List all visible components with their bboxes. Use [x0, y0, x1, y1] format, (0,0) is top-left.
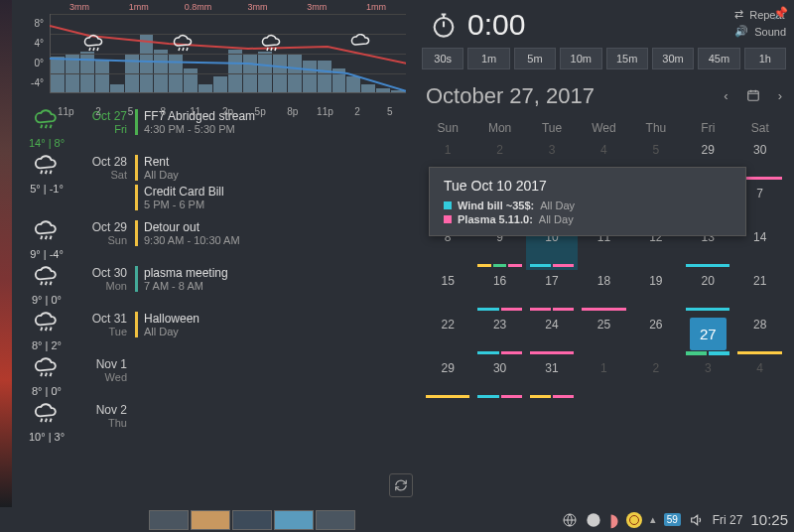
temps: 10° | 3°	[20, 431, 73, 443]
today-button[interactable]	[746, 88, 760, 105]
tray-expand-icon[interactable]: ▴	[650, 513, 656, 526]
calendar-cell[interactable]: 20	[682, 270, 733, 314]
rain-icon	[33, 357, 61, 379]
temps: 14° | 8°	[20, 137, 73, 149]
calendar-cell[interactable]: 24	[526, 314, 578, 357]
next-month-button[interactable]: ›	[778, 88, 782, 105]
calendar-cell[interactable]: 25	[578, 314, 629, 357]
agenda-day[interactable]: 8° | 2° Oct 31Tue HalloweenAll Day	[20, 312, 406, 351]
agenda-event[interactable]: Credit Card Bill5 PM - 6 PM	[135, 185, 406, 210]
timer-preset-button[interactable]: 1m	[467, 48, 509, 69]
task-item[interactable]	[232, 510, 272, 530]
tooltip-event: Plasma 5.11.0: All Day	[444, 213, 731, 225]
calendar-cell[interactable]: 1	[578, 357, 629, 401]
temps: 5° | -1°	[20, 183, 73, 195]
weekday-label: Sun	[422, 121, 473, 135]
calendar-cell[interactable]: 21	[733, 270, 785, 314]
calendar-cell[interactable]: 31	[526, 357, 578, 401]
weather-col: 8° | 2°	[20, 312, 73, 351]
rain-icon	[33, 403, 61, 425]
system-tray: ◗ ▴ 59 Fri 27 10:25	[562, 509, 794, 531]
globe-icon[interactable]	[562, 512, 578, 528]
agenda-day[interactable]: 5° | -1° Oct 28Sat RentAll DayCredit Car…	[20, 155, 406, 214]
events-col	[135, 357, 406, 397]
weather-col: 9° | -4°	[20, 220, 73, 260]
clock-day[interactable]: Fri 27	[713, 513, 743, 527]
temps: 9° | 0°	[20, 294, 73, 306]
notifications-badge[interactable]: 59	[664, 513, 681, 526]
timer-preset-button[interactable]: 5m	[514, 48, 556, 69]
prev-month-button[interactable]: ‹	[724, 88, 728, 105]
agenda-day[interactable]: 9° | -4° Oct 29Sun Detour out9:30 AM - 1…	[20, 220, 406, 260]
stopwatch-icon	[430, 11, 458, 39]
timer-preset-button[interactable]: 45m	[698, 48, 739, 69]
calendar-cell[interactable]: 22	[422, 314, 473, 357]
calendar-cell[interactable]: 15	[422, 270, 473, 314]
calendar-cell[interactable]: 30	[473, 357, 525, 401]
chart-precip-labels: 3mm1mm0.8mm3mm3mm1mm	[50, 2, 406, 12]
calendar-cell[interactable]: 29	[422, 357, 473, 401]
calendar-cell[interactable]: 3	[682, 357, 733, 401]
clock-time[interactable]: 10:25	[750, 511, 788, 528]
right-column: 📌 0:00 ⇄Repeat 🔊Sound 30s1m5m10m15m30m45…	[414, 0, 794, 507]
calendar-cell[interactable]: 19	[630, 270, 682, 314]
weather-col: 10° | 3°	[20, 403, 73, 443]
calendar-title: October 27, 2017	[426, 83, 724, 109]
calendar-cell[interactable]: 16	[473, 270, 525, 314]
timer-row: 0:00 ⇄Repeat 🔊Sound	[422, 4, 786, 48]
wallpaper-edge	[0, 0, 12, 507]
timer-display[interactable]: 0:00	[467, 8, 525, 42]
steam-icon[interactable]	[586, 512, 601, 528]
date-col: Oct 29Sun	[73, 220, 135, 260]
events-col: plasma meeting7 AM - 8 AM	[135, 266, 406, 306]
plasmoid-panel: 8°4°0°-4° 3mm1mm0.8mm3mm3mm1mm 11p258112…	[12, 0, 794, 507]
rain-icon	[33, 312, 61, 333]
timer-preset-button[interactable]: 15m	[606, 48, 648, 69]
calendar-cell[interactable]: 26	[630, 314, 682, 357]
task-item[interactable]	[191, 510, 230, 530]
timer-preset-button[interactable]: 30s	[422, 48, 463, 69]
temps: 8° | 2°	[20, 339, 73, 351]
agenda-day[interactable]: 9° | 0° Oct 30Mon plasma meeting7 AM - 8…	[20, 266, 406, 306]
calendar-cell[interactable]: 28	[733, 314, 785, 357]
chart-x-axis: 11p258112p5p8p11p25	[50, 106, 406, 117]
weather-col: 5° | -1°	[20, 155, 73, 214]
agenda-event[interactable]: HalloweenAll Day	[135, 312, 406, 337]
task-item[interactable]	[316, 510, 355, 530]
agenda-day[interactable]: 8° | 0° Nov 1Wed	[20, 357, 406, 397]
calendar-cell[interactable]: 4	[733, 357, 785, 401]
agenda-event[interactable]: plasma meeting7 AM - 8 AM	[135, 266, 406, 292]
agenda-day[interactable]: 10° | 3° Nov 2Thu	[20, 403, 406, 443]
refresh-button[interactable]	[389, 473, 413, 497]
taskbar[interactable]: ◗ ▴ 59 Fri 27 10:25	[0, 507, 794, 532]
task-manager[interactable]	[149, 510, 355, 530]
calendar-cell[interactable]: 18	[578, 270, 629, 314]
calendar-header: October 27, 2017 ‹ ›	[422, 77, 786, 115]
rain-icon	[33, 266, 61, 288]
calendar-cell[interactable]: 2	[630, 357, 682, 401]
calendar-cell[interactable]: 17	[526, 270, 578, 314]
weekday-label: Sat	[734, 121, 786, 135]
date-col: Oct 28Sat	[73, 155, 135, 214]
svg-point-3	[587, 513, 599, 526]
timer-preset-button[interactable]: 10m	[560, 48, 601, 69]
weather-col: 8° | 0°	[20, 357, 73, 397]
app-icon[interactable]	[626, 512, 642, 528]
timer-preset-button[interactable]: 1h	[744, 48, 786, 69]
timer-sound-toggle[interactable]: 🔊Sound	[734, 25, 786, 38]
calendar-cell[interactable]: 27	[682, 314, 733, 357]
agenda-event[interactable]: Detour out9:30 AM - 10:30 AM	[135, 220, 406, 246]
rain-icon	[33, 220, 61, 242]
calendar-cell[interactable]: 23	[473, 314, 525, 357]
clementine-icon[interactable]: ◗	[609, 509, 618, 531]
pin-icon[interactable]: 📌	[773, 6, 788, 20]
chart-y-axis: 8°4°0°-4°	[20, 14, 44, 93]
agenda-list: 14° | 8° Oct 27Fri FF7 Abridged stream4:…	[12, 105, 414, 507]
agenda-event[interactable]: RentAll Day	[135, 155, 406, 181]
task-item[interactable]	[274, 510, 314, 530]
weather-col: 9° | 0°	[20, 266, 73, 306]
timer-preset-button[interactable]: 30m	[652, 48, 694, 69]
tooltip-date: Tue Oct 10 2017	[444, 178, 731, 194]
volume-icon[interactable]	[689, 512, 705, 528]
task-item[interactable]	[149, 510, 189, 530]
